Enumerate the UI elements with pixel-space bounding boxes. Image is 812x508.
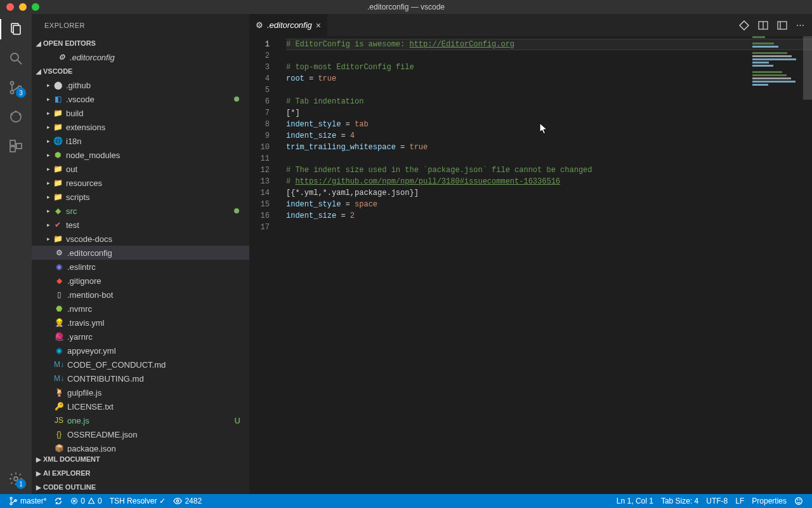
folder-row[interactable]: ▸📁extensions <box>32 120 249 134</box>
editor-body[interactable]: 1234567891011121314151617 # EditorConfig… <box>249 36 812 494</box>
chevron-right-icon: ▸ <box>44 194 52 200</box>
section-label: CODE OUTLINE <box>43 483 96 491</box>
md-icon: M↓ <box>53 374 65 383</box>
file-row[interactable]: ◉appveyor.yml <box>32 344 249 358</box>
explorer-icon[interactable] <box>7 20 25 38</box>
folder-icon: 📁 <box>52 234 63 243</box>
watch-item[interactable]: 2482 <box>169 494 206 508</box>
sync-item[interactable] <box>50 494 67 508</box>
diff-icon[interactable] <box>739 20 749 30</box>
tree-item-label: .nvmrc <box>67 304 243 314</box>
nodemodules-icon: ⬢ <box>52 150 63 159</box>
close-window-button[interactable] <box>6 3 14 11</box>
tree-item-label: gulpfile.js <box>67 388 243 398</box>
file-row[interactable]: 🧶.yarnrc <box>32 330 249 344</box>
code-outline-section[interactable]: ▶ CODE OUTLINE <box>32 480 249 494</box>
maximize-window-button[interactable] <box>32 3 39 11</box>
file-row[interactable]: M↓CODE_OF_CONDUCT.md <box>32 358 249 371</box>
js-icon: JS <box>53 416 65 425</box>
git-branch-item[interactable]: master* <box>5 494 50 508</box>
folder-row[interactable]: ▸✔test <box>32 218 249 232</box>
search-icon[interactable] <box>7 50 25 67</box>
folder-icon: 📁 <box>52 192 63 201</box>
file-tree: ▸⬤.github▸◧.vscode▸📁build▸📁extensions▸🌐i… <box>32 78 249 452</box>
folder-row[interactable]: ▸📁resources <box>32 176 249 190</box>
debug-icon[interactable] <box>7 108 25 126</box>
file-row[interactable]: ◉.eslintrc <box>32 260 249 274</box>
folder-row[interactable]: ▸📁build <box>32 106 249 120</box>
folder-row[interactable]: ▸⬢node_modules <box>32 148 249 162</box>
file-row[interactable]: 🍹gulpfile.js <box>32 385 249 399</box>
tab-size-item[interactable]: Tab Size: 4 <box>657 497 702 505</box>
minimize-window-button[interactable] <box>19 3 27 11</box>
folder-icon: 📁 <box>52 109 63 117</box>
close-tab-icon[interactable]: × <box>316 20 321 30</box>
extensions-icon[interactable] <box>7 137 25 155</box>
split-editor-icon[interactable] <box>758 20 768 30</box>
folder-row[interactable]: ▸📁out <box>32 162 249 176</box>
vertical-scrollbar[interactable] <box>803 36 812 100</box>
folder-icon: 📁 <box>52 164 63 173</box>
ai-explorer-section[interactable]: ▶ AI EXPLORER <box>32 466 249 480</box>
file-row[interactable]: ◆.gitignore <box>32 274 249 288</box>
feedback-icon[interactable] <box>790 497 807 505</box>
tree-item-label: CODE_OF_CONDUCT.md <box>67 360 243 370</box>
encoding-item[interactable]: UTF-8 <box>702 497 731 505</box>
window-controls <box>0 3 39 11</box>
i18n-icon: 🌐 <box>52 137 63 145</box>
file-row[interactable]: ⬣.nvmrc <box>32 302 249 316</box>
open-editors-section[interactable]: ◢ OPEN EDITORS <box>32 36 249 50</box>
tsh-resolver-item[interactable]: TSH Resolver ✓ <box>106 494 170 508</box>
more-actions-icon[interactable]: ⋯ <box>796 20 804 30</box>
folder-row[interactable]: ▸◆src <box>32 204 249 218</box>
chevron-right-icon: ▸ <box>44 124 52 130</box>
xml-document-section[interactable]: ▶ XML DOCUMENT <box>32 452 249 466</box>
chevron-down-icon: ◢ <box>34 68 43 75</box>
chevron-right-icon: ▸ <box>44 152 52 158</box>
cursor-position-item[interactable]: Ln 1, Col 1 <box>613 497 657 505</box>
chevron-right-icon: ▶ <box>34 456 43 463</box>
file-row[interactable]: JSone.jsU <box>32 413 249 427</box>
svg-point-7 <box>11 112 21 122</box>
file-row[interactable]: 👷.travis.yml <box>32 316 249 330</box>
open-editor-item[interactable]: ⚙ .editorconfig <box>32 50 249 64</box>
source-control-icon[interactable]: 3 <box>7 79 25 97</box>
problems-item[interactable]: 0 0 <box>67 494 105 508</box>
chevron-right-icon: ▸ <box>44 208 52 214</box>
layout-icon[interactable] <box>777 20 787 30</box>
chevron-right-icon: ▶ <box>34 470 43 477</box>
folder-row[interactable]: ▸⬤.github <box>32 78 249 92</box>
activity-bar: 3 1 <box>0 14 32 494</box>
editor-tab-active[interactable]: ⚙ .editorconfig × <box>249 14 328 36</box>
git-status: U <box>235 416 240 425</box>
folder-row[interactable]: ▸📁vscode-docs <box>32 232 249 246</box>
error-count: 0 <box>81 497 85 505</box>
folder-row[interactable]: ▸◧.vscode <box>32 92 249 106</box>
tree-item-label: CONTRIBUTING.md <box>67 374 243 384</box>
line-gutter: 1234567891011121314151617 <box>249 36 281 494</box>
file-row[interactable]: ⚙.editorconfig <box>32 246 249 260</box>
file-row[interactable]: 🔑LICENSE.txt <box>32 399 249 413</box>
language-mode-item[interactable]: Properties <box>748 497 790 505</box>
editorconfig-icon: ⚙ <box>256 20 263 30</box>
tree-item-label: OSSREADME.json <box>67 430 243 439</box>
workspace-section[interactable]: ◢ VSCODE <box>32 64 249 78</box>
tree-item-label: i18n <box>66 137 243 146</box>
file-row[interactable]: 📦package.json <box>32 441 249 452</box>
folder-row[interactable]: ▸📁scripts <box>32 190 249 204</box>
settings-gear-icon[interactable]: 1 <box>7 470 25 488</box>
file-row[interactable]: ▯.mention-bot <box>32 288 249 302</box>
folder-row[interactable]: ▸🌐i18n <box>32 134 249 148</box>
file-row[interactable]: M↓CONTRIBUTING.md <box>32 371 249 385</box>
github-icon: ⬤ <box>52 81 63 90</box>
code-content[interactable]: # EditorConfig is awesome: http://Editor… <box>281 36 812 494</box>
folder-icon: 📁 <box>52 123 63 131</box>
tree-item-label: scripts <box>66 192 243 202</box>
svg-rect-12 <box>10 147 15 152</box>
sidebar: EXPLORER ◢ OPEN EDITORS ⚙ .editorconfig … <box>32 14 249 494</box>
tree-item-label: .yarnrc <box>67 332 243 342</box>
tree-item-label: node_modules <box>66 150 243 160</box>
eol-item[interactable]: LF <box>731 497 748 505</box>
tree-item-label: LICENSE.txt <box>67 402 243 411</box>
file-row[interactable]: {}OSSREADME.json <box>32 427 249 441</box>
